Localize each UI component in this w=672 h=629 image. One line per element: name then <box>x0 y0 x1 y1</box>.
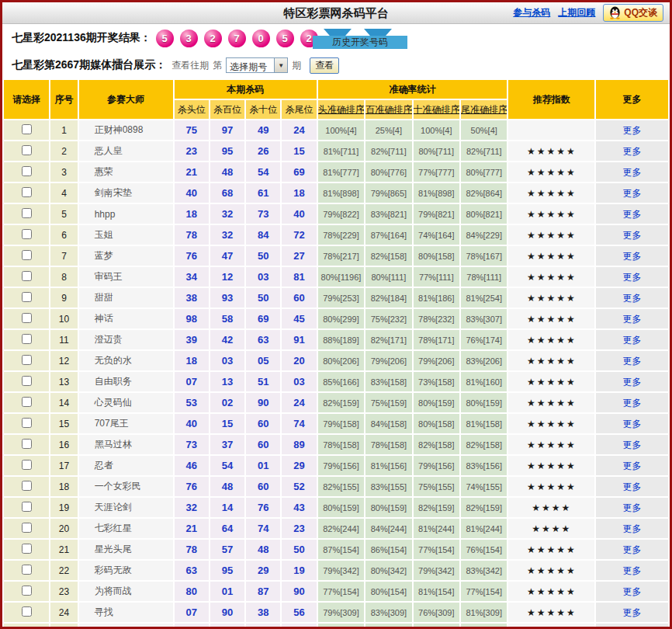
master-name: 神话 <box>79 309 173 328</box>
row-checkbox[interactable] <box>22 313 32 323</box>
row-checkbox[interactable] <box>22 208 32 218</box>
more-link[interactable]: 更多 <box>623 398 642 408</box>
accuracy-value: 80%[342] <box>365 561 411 580</box>
accuracy-value: 78%[229] <box>318 225 364 245</box>
more-link[interactable]: 更多 <box>623 335 642 346</box>
row-checkbox[interactable] <box>22 376 32 386</box>
kill-value: 76 <box>175 477 209 496</box>
row-checkbox[interactable] <box>22 397 32 407</box>
kill-value: 21 <box>175 519 209 538</box>
kill-value: 18 <box>282 183 316 203</box>
kill-value: 64 <box>210 519 244 538</box>
accuracy-value: 77%[777] <box>414 162 459 182</box>
more-link[interactable]: 更多 <box>623 293 642 304</box>
accuracy-value: 77%[154] <box>318 582 364 601</box>
kill-value: 15 <box>282 141 316 161</box>
accuracy-value: 78%[167] <box>461 246 507 266</box>
row-checkbox[interactable] <box>22 229 32 239</box>
row-checkbox[interactable] <box>22 439 32 449</box>
kill-value: 75 <box>175 120 209 140</box>
kill-value: 63 <box>175 561 209 580</box>
row-checkbox[interactable] <box>22 250 32 260</box>
sort-hundred-accuracy-link[interactable]: 百准确排序 <box>365 100 411 119</box>
more-link[interactable]: 更多 <box>623 272 642 283</box>
row-index: 9 <box>50 288 77 308</box>
period-prefix-label: 第 <box>213 59 222 72</box>
more-link[interactable]: 更多 <box>623 251 642 262</box>
row-checkbox[interactable] <box>22 502 32 512</box>
more-link[interactable]: 更多 <box>623 188 642 199</box>
more-link[interactable]: 更多 <box>623 125 642 136</box>
row-checkbox[interactable] <box>22 460 32 470</box>
more-link[interactable]: 更多 <box>623 523 642 534</box>
accuracy-value: 73%[158] <box>414 372 459 391</box>
join-kill-code-link[interactable]: 参与杀码 <box>513 6 550 19</box>
accuracy-value: 82%[159] <box>414 498 459 517</box>
chevron-down-icon[interactable]: ▼ <box>274 58 287 72</box>
row-checkbox[interactable] <box>22 606 32 617</box>
kill-value: 74 <box>246 519 280 538</box>
row-checkbox[interactable] <box>22 481 32 491</box>
more-link[interactable]: 更多 <box>623 377 642 387</box>
more-link[interactable]: 更多 <box>623 167 642 178</box>
accuracy-value: 78%[158] <box>318 435 364 454</box>
more-link[interactable]: 更多 <box>623 565 642 576</box>
more-link[interactable]: 更多 <box>623 544 642 555</box>
more-link[interactable]: 更多 <box>623 356 642 367</box>
star-rating: ★★★★★ <box>508 204 594 224</box>
row-checkbox[interactable] <box>22 292 32 302</box>
row-index: 21 <box>50 540 77 559</box>
row-checkbox[interactable] <box>22 355 32 365</box>
more-link[interactable]: 更多 <box>623 419 642 429</box>
more-link[interactable]: 更多 <box>623 586 642 597</box>
sort-ten-accuracy-link[interactable]: 十准确排序 <box>414 100 459 119</box>
previous-period-review-link[interactable]: 上期回顾 <box>558 6 595 19</box>
row-checkbox[interactable] <box>22 523 32 533</box>
kill-value: 15 <box>210 414 244 433</box>
more-link[interactable]: 更多 <box>623 502 642 513</box>
accuracy-value: 81%[244] <box>414 519 459 538</box>
accuracy-value: 78%[111] <box>461 267 507 287</box>
period-select[interactable]: 选择期号 ▼ <box>226 57 288 73</box>
row-checkbox[interactable] <box>22 187 32 197</box>
row-checkbox[interactable] <box>22 586 32 596</box>
star-rating: ★★★★★ <box>508 162 594 182</box>
more-link[interactable]: 更多 <box>623 607 642 618</box>
history-numbers-label: 历史开奖号码 <box>313 36 407 49</box>
history-numbers-button[interactable]: 历史开奖号码 <box>313 29 409 49</box>
row-index: 11 <box>50 330 77 349</box>
row-more-cell: 更多 <box>596 141 668 161</box>
row-checkbox[interactable] <box>22 145 32 155</box>
kill-value: 03 <box>210 351 244 370</box>
more-link[interactable]: 更多 <box>623 460 642 471</box>
row-checkbox[interactable] <box>22 544 32 554</box>
row-checkbox[interactable] <box>22 166 32 176</box>
row-checkbox[interactable] <box>22 271 32 281</box>
row-checkbox[interactable] <box>22 565 32 575</box>
row-checkbox[interactable] <box>22 124 32 134</box>
row-checkbox[interactable] <box>22 418 32 428</box>
more-link[interactable]: 更多 <box>623 314 642 325</box>
more-link[interactable]: 更多 <box>623 209 642 220</box>
kill-value: 07 <box>175 372 209 391</box>
more-link[interactable]: 更多 <box>623 440 642 450</box>
accuracy-value: 81%[244] <box>461 519 507 538</box>
accuracy-value: 77%[154] <box>461 582 507 601</box>
kill-value: 20 <box>282 351 316 370</box>
row-select-cell <box>4 624 49 629</box>
row-more-cell: 更多 <box>596 309 668 328</box>
row-more-cell: 更多 <box>596 435 668 454</box>
row-checkbox[interactable] <box>22 334 32 344</box>
qq-chat-button[interactable]: QQ交谈 <box>603 4 663 22</box>
view-button[interactable]: 查看 <box>310 57 339 74</box>
sort-tail-accuracy-link[interactable]: 尾准确排序 <box>461 100 507 119</box>
sort-head-accuracy-link[interactable]: 头准确排序 <box>318 100 364 119</box>
more-link[interactable]: 更多 <box>623 146 642 157</box>
master-name: 蓝梦 <box>79 246 173 266</box>
more-link[interactable]: 更多 <box>623 230 642 241</box>
kill-value: 21 <box>175 162 209 182</box>
kill-value: 14 <box>210 498 244 517</box>
accuracy-value: 82%[159] <box>461 498 507 517</box>
more-link[interactable]: 更多 <box>623 481 642 492</box>
master-name: 天涯论剑 <box>79 498 173 517</box>
